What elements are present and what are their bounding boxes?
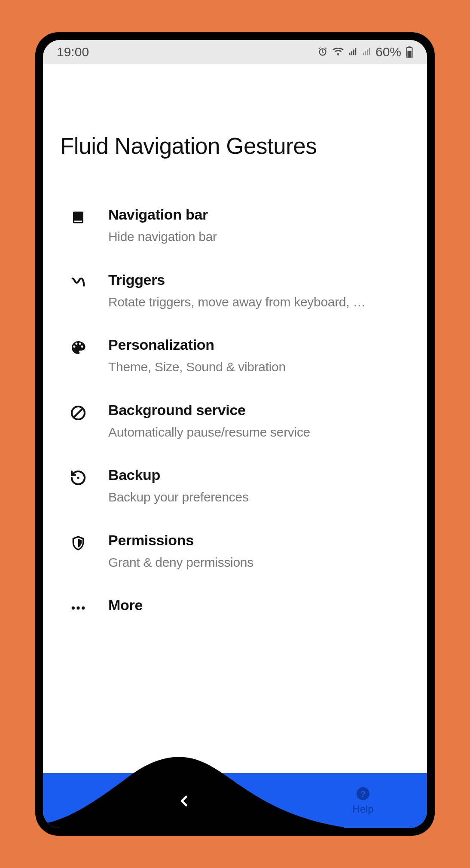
signal-icon-1 xyxy=(348,47,357,57)
nav-item-help[interactable]: ? Help xyxy=(299,773,427,828)
status-time: 19:00 xyxy=(57,45,89,59)
menu-subtitle: Theme, Size, Sound & vibration xyxy=(108,358,401,376)
menu-item-navigation-bar[interactable]: Navigation bar Hide navigation bar xyxy=(60,193,410,259)
signal-icon-2 xyxy=(362,47,371,57)
help-icon: ? xyxy=(355,786,371,801)
menu-item-personalization[interactable]: Personalization Theme, Size, Sound & vib… xyxy=(60,324,410,389)
palette-icon xyxy=(69,338,88,357)
status-icons: 60% xyxy=(317,45,413,59)
menu-title: Backup xyxy=(108,467,401,483)
content-area: Fluid Navigation Gestures Navigation bar… xyxy=(43,64,427,773)
block-icon xyxy=(69,403,88,422)
menu-item-triggers[interactable]: Triggers Rotate triggers, move away from… xyxy=(60,259,410,324)
screen: 19:00 60% Fluid Navigation Gestures Navi… xyxy=(43,40,427,828)
svg-point-7 xyxy=(77,477,79,479)
svg-point-9 xyxy=(76,606,79,609)
menu-title: Permissions xyxy=(108,532,401,549)
nav-item-1[interactable] xyxy=(43,773,171,828)
svg-point-8 xyxy=(72,606,75,609)
menu-title: Personalization xyxy=(108,336,401,353)
menu-subtitle: Backup your preferences xyxy=(108,489,401,506)
restore-icon xyxy=(69,468,88,487)
svg-rect-2 xyxy=(407,51,411,57)
menu-item-backup[interactable]: Backup Backup your preferences xyxy=(60,454,410,519)
menu-item-permissions[interactable]: Permissions Grant & deny permissions xyxy=(60,519,410,584)
wifi-icon xyxy=(333,46,344,58)
menu-item-more[interactable]: More xyxy=(60,584,410,632)
phone-frame: 19:00 60% Fluid Navigation Gestures Navi… xyxy=(35,32,435,836)
nav-label-help: Help xyxy=(352,803,373,815)
menu-subtitle: Automatically pause/resume service xyxy=(108,424,401,441)
alarm-icon xyxy=(317,46,328,58)
menu-subtitle: Grant & deny permissions xyxy=(108,554,401,572)
triggers-icon xyxy=(69,273,88,292)
status-bar: 19:00 60% xyxy=(43,40,427,64)
svg-rect-11 xyxy=(103,797,112,807)
back-arrow-icon[interactable] xyxy=(177,794,192,808)
nav-icon-2 xyxy=(227,793,243,808)
menu-subtitle: Hide navigation bar xyxy=(108,228,401,246)
bottom-nav: ? Help xyxy=(43,773,427,828)
menu-title: Navigation bar xyxy=(108,206,401,223)
menu-title: Background service xyxy=(108,402,401,419)
nav-icon-1 xyxy=(99,793,115,808)
menu-subtitle: Rotate triggers, move away from keyboard… xyxy=(108,293,401,311)
svg-rect-4 xyxy=(74,221,82,222)
svg-line-6 xyxy=(74,409,82,417)
shield-icon xyxy=(69,534,88,553)
battery-percent: 60% xyxy=(375,45,401,59)
more-icon xyxy=(69,599,88,617)
menu-item-background-service[interactable]: Background service Automatically pause/r… xyxy=(60,389,410,454)
svg-text:?: ? xyxy=(360,789,366,799)
battery-icon xyxy=(406,46,413,58)
svg-point-10 xyxy=(82,606,85,609)
menu-title: More xyxy=(108,597,401,614)
page-title: Fluid Navigation Gestures xyxy=(60,133,410,159)
menu-title: Triggers xyxy=(108,272,401,288)
navigation-bar-icon xyxy=(69,208,88,227)
